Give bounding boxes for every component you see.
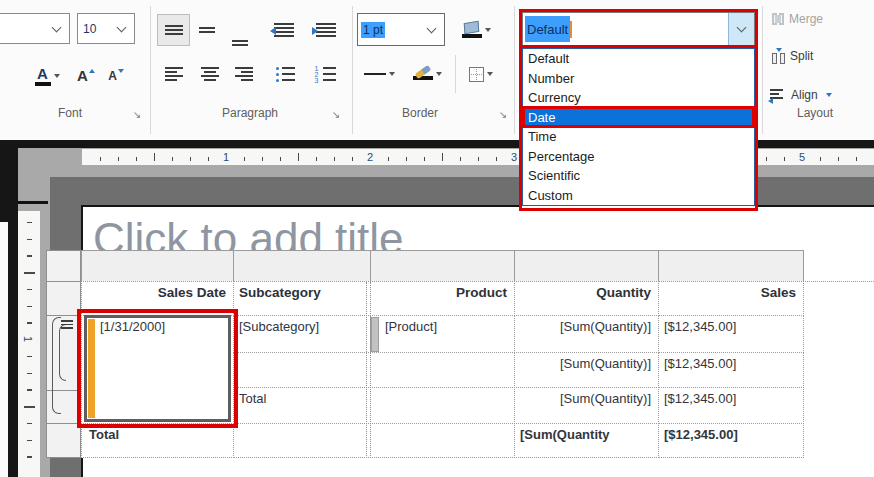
left-panel-edge <box>8 140 18 477</box>
fill-color-button[interactable] <box>452 13 500 47</box>
paint-bucket-icon <box>462 22 482 38</box>
row-handle[interactable] <box>46 250 81 282</box>
align-label: Align <box>791 88 818 102</box>
dropdown-option-percentage[interactable]: Percentage <box>523 147 754 167</box>
table-cell[interactable]: [Product] <box>370 315 515 353</box>
split-button[interactable]: Split <box>772 48 813 64</box>
column-handle[interactable] <box>658 250 804 282</box>
ruler-tick <box>496 157 497 161</box>
dropdown-option-time[interactable]: Time <box>523 127 754 147</box>
number-format-dropdown-button[interactable] <box>728 13 754 45</box>
dropdown-annotation-box: DefaultNumberCurrencyDateTimePercentageS… <box>519 45 758 211</box>
ruler-number: 1 <box>22 336 34 342</box>
border-width-select[interactable]: 1 pt <box>357 13 445 46</box>
row-edge-dotted-line <box>803 281 874 282</box>
table-cell[interactable] <box>233 423 371 458</box>
vertical-align-middle-button[interactable] <box>191 14 223 46</box>
ruler-tick <box>478 157 479 161</box>
dropdown-option-number[interactable]: Number <box>523 69 754 89</box>
dropdown-option-scientific[interactable]: Scientific <box>523 166 754 186</box>
column-handle[interactable] <box>514 250 659 282</box>
vertical-align-top-button[interactable] <box>157 14 190 46</box>
ruler-tick <box>460 157 461 161</box>
font-dialog-launcher[interactable]: ↘ <box>131 109 143 121</box>
ruler-tick <box>27 456 32 458</box>
ruler-tick <box>27 239 32 241</box>
paragraph-dialog-launcher[interactable]: ↘ <box>330 109 342 121</box>
row-handle[interactable] <box>46 423 81 458</box>
align-center-icon <box>201 67 219 81</box>
layout-group-label: Layout <box>760 106 870 120</box>
grow-font-button[interactable]: A <box>72 58 100 94</box>
split-cells-icon <box>772 48 785 64</box>
align-button[interactable]: Align <box>770 88 832 102</box>
table-cell[interactable]: Subcategory <box>233 281 371 316</box>
vertical-ruler: 1 <box>18 211 40 477</box>
table-cell[interactable] <box>233 352 371 388</box>
merge-button[interactable]: Merge <box>772 12 823 26</box>
table-cell[interactable]: [Sum(Quantity <box>514 423 659 458</box>
table-cell[interactable]: [$12,345.00] <box>658 352 804 388</box>
dropdown-option-currency[interactable]: Currency <box>523 88 754 108</box>
table-cell[interactable]: Product <box>370 281 515 316</box>
table-cell[interactable]: Total <box>81 423 234 458</box>
align-left-button[interactable] <box>157 57 191 91</box>
product-cell-handle[interactable] <box>371 317 379 352</box>
increase-indent-icon <box>316 23 336 37</box>
column-handle[interactable] <box>233 250 371 282</box>
dropdown-option-date[interactable]: Date <box>523 108 754 128</box>
increase-indent-button[interactable] <box>306 14 346 46</box>
align-center-button[interactable] <box>193 57 226 91</box>
table-cell[interactable]: [Subcategory] <box>233 315 371 353</box>
caret-down-icon <box>389 72 395 76</box>
align-middle-icon <box>199 27 215 33</box>
table-cell[interactable] <box>370 387 515 424</box>
table-cell[interactable] <box>370 352 515 388</box>
align-right-button[interactable] <box>227 57 261 91</box>
column-handle[interactable] <box>81 250 234 282</box>
table-cell[interactable]: [$12,345.00] <box>658 423 804 458</box>
border-color-button[interactable] <box>403 57 451 91</box>
table-cell[interactable]: Total <box>233 387 371 424</box>
ruler-tick <box>172 157 173 161</box>
bullet-list-button[interactable] <box>266 57 304 91</box>
shrink-font-button[interactable]: A <box>102 58 130 94</box>
table-cell[interactable]: [$12,345.00] <box>658 315 804 353</box>
table-cell[interactable]: [Sum(Quantity)] <box>514 315 659 353</box>
ruler-tick <box>262 157 263 161</box>
ruler-tick <box>244 157 245 161</box>
border-style-button[interactable] <box>357 57 401 91</box>
numbered-list-button[interactable]: 1 2 3 <box>306 57 344 91</box>
table-cell[interactable]: [$12,345.00] <box>658 387 804 424</box>
row-handle[interactable] <box>46 281 81 316</box>
bullet-list-icon <box>276 67 295 82</box>
borders-button[interactable] <box>458 57 504 91</box>
decrease-indent-button[interactable] <box>264 14 304 46</box>
vertical-align-bottom-button[interactable] <box>224 20 256 46</box>
caret-up-icon <box>89 69 95 73</box>
font-size-select[interactable]: 10 <box>77 13 135 44</box>
ruler-number: 3 <box>511 151 517 163</box>
table-cell[interactable] <box>370 423 515 458</box>
font-color-button[interactable]: A <box>26 58 68 94</box>
table-cell[interactable]: Quantity <box>514 281 659 316</box>
font-family-select[interactable] <box>0 13 70 44</box>
column-divider-dots <box>366 282 371 456</box>
ruler-tick <box>442 153 443 161</box>
table-cell[interactable]: [Sum(Quantity)] <box>514 352 659 388</box>
dropdown-option-default[interactable]: Default <box>523 49 754 69</box>
brush-icon <box>413 69 433 80</box>
table-cell[interactable]: [Sum(Quantity)] <box>514 387 659 424</box>
selection-handle-bar[interactable] <box>88 319 95 418</box>
align-left-icon <box>165 67 183 81</box>
column-handle[interactable] <box>370 250 515 282</box>
dropdown-option-custom[interactable]: Custom <box>523 186 754 206</box>
table-cell[interactable]: Sales <box>658 281 804 316</box>
ruler-tick <box>27 440 32 442</box>
split-label: Split <box>790 49 813 63</box>
number-format-combo[interactable]: Default <box>522 12 755 46</box>
border-dialog-launcher[interactable]: ↘ <box>497 109 509 121</box>
ruler-tick <box>334 157 335 161</box>
ruler-tick <box>118 157 119 161</box>
ruler-tick <box>820 157 821 161</box>
